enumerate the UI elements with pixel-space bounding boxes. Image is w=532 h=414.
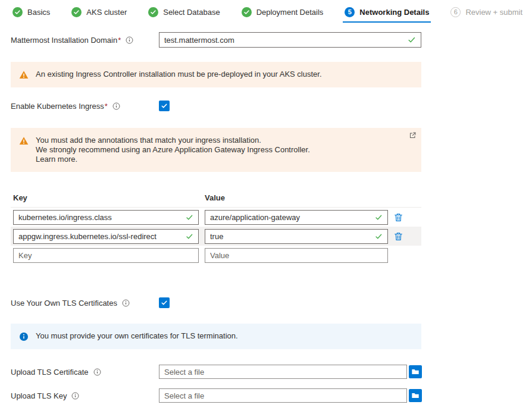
annotations-warning-line1: You must add the annotations that match … xyxy=(36,136,310,145)
kv-value-field-wrapper xyxy=(205,229,388,244)
upload-key-label-col: Upload TLS Key xyxy=(11,391,159,400)
step-complete-check-icon xyxy=(12,7,23,17)
tab-select-database[interactable]: Select Database xyxy=(146,6,221,23)
kv-table-header: Key Value xyxy=(11,190,421,208)
valid-check-icon xyxy=(408,36,416,44)
tab-label-networking-details: Networking Details xyxy=(359,8,429,17)
tab-networking-details[interactable]: 5 Networking Details xyxy=(343,6,431,23)
tls-toggle-checkbox[interactable] xyxy=(159,297,170,308)
kv-key-input[interactable] xyxy=(18,232,182,241)
upload-key-input[interactable] xyxy=(164,391,402,400)
kv-key-field-wrapper xyxy=(13,210,199,225)
enable-ingress-row: Enable Kubernetes Ingress* xyxy=(11,101,432,111)
tab-deployment-details[interactable]: Deployment Details xyxy=(240,6,326,23)
annotations-warning-banner: You must add the annotations that match … xyxy=(11,128,421,172)
browse-folder-button[interactable] xyxy=(409,389,422,402)
kv-key-header: Key xyxy=(13,193,205,202)
tab-label-basics: Basics xyxy=(27,8,50,17)
step-number-icon: 5 xyxy=(345,7,355,17)
warning-icon xyxy=(19,70,29,80)
upload-cert-field-wrap xyxy=(159,365,422,379)
upload-cert-label-col: Upload TLS Certificate xyxy=(11,368,159,377)
kv-key-field-wrapper xyxy=(13,229,199,244)
domain-input[interactable] xyxy=(164,36,404,45)
tls-info-text: You must provide your own certificates f… xyxy=(36,331,238,341)
warning-icon xyxy=(19,136,29,164)
annotations-warning-line2: We strongly recommend using an Azure App… xyxy=(36,145,310,155)
tab-label-review-submit: Review + submit xyxy=(465,8,522,17)
info-icon[interactable] xyxy=(126,36,133,44)
info-icon[interactable] xyxy=(112,102,120,110)
step-complete-check-icon xyxy=(148,7,158,17)
tls-info-banner: You must provide your own certificates f… xyxy=(11,324,421,349)
annotations-kv-table: Key Value xyxy=(11,190,421,265)
tls-toggle-label: Use Your Own TLS Certificates xyxy=(11,299,117,308)
delete-row-button[interactable] xyxy=(393,231,403,242)
tab-aks-cluster[interactable]: AKS cluster xyxy=(70,6,129,23)
step-number-icon: 6 xyxy=(450,7,461,17)
info-icon[interactable] xyxy=(122,299,130,307)
upload-key-field-wrap xyxy=(159,388,422,403)
valid-check-icon xyxy=(375,214,383,221)
kv-row xyxy=(11,227,421,246)
delete-row-button[interactable] xyxy=(393,212,403,222)
tab-label-deployment-details: Deployment Details xyxy=(256,8,324,17)
ingress-warning-text: An existing Ingress Controller installat… xyxy=(36,70,322,80)
enable-ingress-label-col: Enable Kubernetes Ingress* xyxy=(11,102,159,111)
annotations-warning-text: You must add the annotations that match … xyxy=(36,136,310,164)
kv-key-input[interactable] xyxy=(18,213,182,222)
kv-value-input[interactable] xyxy=(210,213,371,222)
domain-row: Mattermost Installation Domain* xyxy=(11,32,432,48)
upload-key-field-wrapper xyxy=(159,388,407,403)
kv-value-field-wrapper xyxy=(205,210,388,225)
kv-value-field-wrapper xyxy=(205,248,388,263)
info-filled-icon xyxy=(19,332,29,341)
upload-cert-field-wrapper xyxy=(159,365,407,379)
domain-label: Mattermost Installation Domain* xyxy=(11,36,121,45)
step-complete-check-icon xyxy=(71,7,82,17)
tls-toggle-row: Use Your Own TLS Certificates xyxy=(11,297,432,308)
tls-toggle-label-col: Use Your Own TLS Certificates xyxy=(11,299,159,308)
tab-basics[interactable]: Basics xyxy=(11,6,52,23)
tab-review-submit[interactable]: 6 Review + submit xyxy=(449,6,524,23)
required-marker: * xyxy=(118,36,121,45)
enable-ingress-checkbox[interactable] xyxy=(159,101,170,111)
valid-check-icon xyxy=(186,214,193,221)
upload-cert-input[interactable] xyxy=(164,368,402,377)
enable-ingress-label: Enable Kubernetes Ingress* xyxy=(11,102,108,111)
kv-value-input[interactable] xyxy=(210,251,383,260)
annotations-warning-learn-more-link[interactable]: Learn more. xyxy=(36,155,310,164)
upload-key-row: Upload TLS Key xyxy=(11,388,432,403)
step-complete-check-icon xyxy=(242,7,252,17)
required-marker: * xyxy=(105,102,108,111)
open-in-new-icon[interactable] xyxy=(409,132,416,139)
tab-label-select-database: Select Database xyxy=(163,8,220,17)
browse-folder-button[interactable] xyxy=(409,365,422,378)
domain-field-wrapper xyxy=(159,32,421,48)
valid-check-icon xyxy=(375,233,383,240)
domain-label-col: Mattermost Installation Domain* xyxy=(11,36,159,45)
kv-key-input[interactable] xyxy=(18,251,193,260)
info-icon[interactable] xyxy=(71,392,79,400)
upload-cert-row: Upload TLS Certificate xyxy=(11,365,432,379)
upload-key-label: Upload TLS Key xyxy=(11,391,67,400)
info-icon[interactable] xyxy=(93,368,101,376)
kv-value-input[interactable] xyxy=(210,232,371,241)
ingress-warning-banner: An existing Ingress Controller installat… xyxy=(11,62,421,87)
kv-row xyxy=(11,208,421,227)
networking-details-form: Mattermost Installation Domain* An exist… xyxy=(0,23,432,403)
valid-check-icon xyxy=(186,233,193,240)
tab-label-aks-cluster: AKS cluster xyxy=(86,8,127,17)
kv-key-field-wrapper xyxy=(13,248,199,263)
wizard-steps: Basics AKS cluster Select Database Deplo… xyxy=(0,0,532,23)
kv-row-empty xyxy=(11,246,421,265)
upload-cert-label: Upload TLS Certificate xyxy=(11,368,89,377)
kv-value-header: Value xyxy=(205,193,225,202)
